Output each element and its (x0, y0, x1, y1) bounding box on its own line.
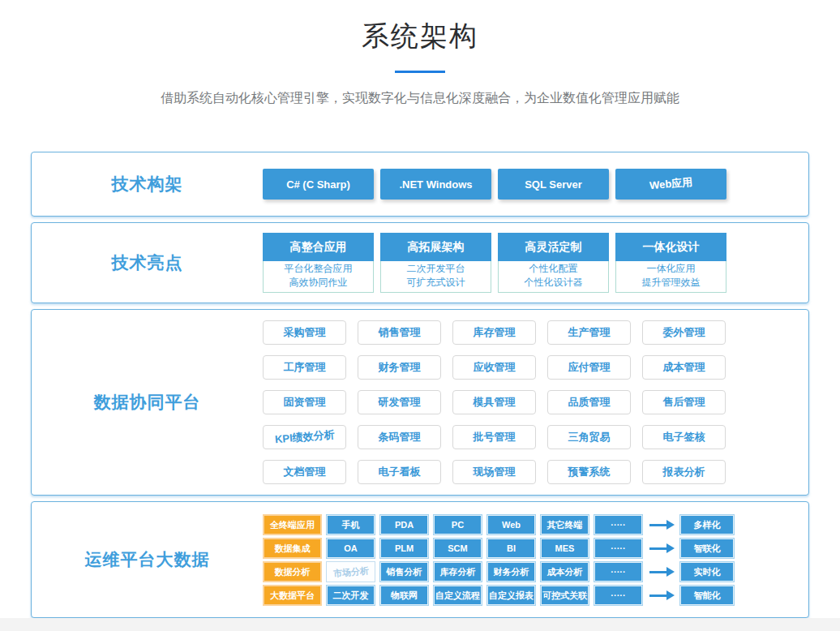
module-button-kpi[interactable]: KPI绩效分析 (263, 425, 346, 449)
ops-item-chip[interactable]: 库存分析 (433, 561, 482, 582)
module-button[interactable]: 库存管理 (452, 320, 536, 345)
section-ops-platform-label: 运维平台大数据 (32, 502, 263, 617)
module-button[interactable]: 条码管理 (358, 425, 441, 449)
ops-item-chip[interactable]: 自定义报表 (486, 585, 536, 606)
ops-row-bigdata: 大数据平台 二次开发 物联网 自定义流程 自定义报表 可控式关联 ····· 智… (263, 585, 808, 606)
module-button[interactable]: 电子看板 (358, 460, 441, 484)
module-button[interactable]: 模具管理 (452, 390, 536, 414)
ops-item-chip[interactable]: Web (486, 514, 536, 535)
highlight-card-line: 二次开发平台 (381, 262, 491, 276)
highlight-card-line: 个性化设计器 (499, 276, 608, 290)
ellipsis-chip[interactable]: ····· (594, 561, 643, 582)
module-button[interactable]: 销售管理 (358, 320, 441, 345)
tech-button-sqlserver[interactable]: SQL Server (498, 169, 609, 200)
tech-stack-row: C# (C Sharp) .NET Windows SQL Server Web… (263, 152, 808, 216)
module-button[interactable]: 报表分析 (642, 460, 726, 484)
module-grid-row: 采购管理 销售管理 库存管理 生产管理 委外管理 (263, 320, 808, 345)
ops-item-chip[interactable]: BI (486, 538, 536, 559)
highlight-card-title: 一体化设计 (615, 233, 726, 261)
module-button[interactable]: 批号管理 (452, 425, 536, 449)
section-ops-platform: 运维平台大数据 全终端应用 手机 PDA PC Web 其它终端 ····· 多… (31, 501, 809, 618)
module-button[interactable]: 品质管理 (547, 390, 631, 414)
module-button[interactable]: 应付管理 (547, 355, 631, 380)
ops-row-analysis: 数据分析 市场分析 销售分析 库存分析 财务分析 成本分析 ····· 实时化 (263, 561, 808, 582)
tech-button-webapp-label: Web应用 (649, 175, 693, 194)
tech-button-dotnet[interactable]: .NET Windows (380, 169, 491, 200)
ops-item-chip[interactable]: 自定义流程 (433, 585, 482, 606)
highlight-card-line: 平台化整合应用 (264, 262, 373, 276)
category-chip[interactable]: 数据集成 (263, 538, 322, 559)
ops-item-chip[interactable]: SCM (433, 538, 482, 559)
title-underline (395, 71, 445, 73)
ops-item-chip[interactable]: PDA (379, 514, 429, 535)
right-arrow-icon (649, 520, 675, 530)
module-button[interactable]: 电子签核 (642, 425, 726, 449)
module-button[interactable]: 采购管理 (263, 320, 346, 345)
highlight-card-body: 一体化应用 提升管理效益 (615, 261, 726, 293)
highlight-card-body: 平台化整合应用 高效协同作业 (263, 261, 374, 293)
result-chip[interactable]: 智能化 (679, 585, 735, 606)
tech-button-webapp[interactable]: Web应用 (615, 169, 726, 200)
module-button[interactable]: 财务管理 (358, 355, 441, 380)
ops-row-terminals: 全终端应用 手机 PDA PC Web 其它终端 ····· 多样化 (263, 514, 808, 535)
ellipsis-chip[interactable]: ····· (594, 585, 643, 606)
ops-item-chip[interactable]: 可控式关联 (540, 585, 589, 606)
ops-item-chip[interactable]: MES (540, 538, 589, 559)
highlight-card: 高灵活定制 个性化配置 个性化设计器 (498, 233, 609, 293)
module-button[interactable]: 成本管理 (642, 355, 726, 380)
module-button-kpi-label: KPI绩效分析 (274, 427, 335, 447)
section-tech-stack-label: 技术构架 (32, 152, 263, 216)
module-button[interactable]: 委外管理 (642, 320, 726, 345)
ellipsis-chip[interactable]: ····· (594, 514, 643, 535)
highlight-card-title: 高整合应用 (263, 233, 374, 261)
module-button[interactable]: 售后管理 (642, 390, 726, 414)
highlight-card: 一体化设计 一体化应用 提升管理效益 (615, 233, 726, 293)
ops-item-chip[interactable]: OA (326, 538, 375, 559)
right-arrow-icon (649, 567, 675, 577)
module-grid-row: 文档管理 电子看板 现场管理 预警系统 报表分析 (263, 460, 808, 484)
ops-item-chip[interactable]: 手机 (326, 514, 375, 535)
module-grid-row: KPI绩效分析 条码管理 批号管理 三角贸易 电子签核 (263, 425, 808, 449)
ops-item-chip[interactable]: 二次开发 (326, 585, 375, 606)
ops-item-chip[interactable]: 销售分析 (379, 561, 429, 582)
highlight-card-title: 高灵活定制 (498, 233, 609, 261)
module-button[interactable]: 工序管理 (263, 355, 346, 380)
category-chip[interactable]: 大数据平台 (263, 585, 322, 606)
ops-item-chip[interactable]: 其它终端 (540, 514, 589, 535)
ops-item-chip[interactable]: 财务分析 (486, 561, 536, 582)
module-button[interactable]: 生产管理 (547, 320, 631, 345)
page-header: 系统架构 借助系统自动化核心管理引擎，实现数字化与信息化深度融合，为企业数值化管… (0, 0, 840, 107)
section-tech-stack: 技术构架 C# (C Sharp) .NET Windows SQL Serve… (31, 152, 809, 217)
section-data-platform-label: 数据协同平台 (32, 310, 263, 495)
ops-item-chip[interactable]: 物联网 (379, 585, 429, 606)
highlight-card-line: 可扩充式设计 (381, 276, 491, 290)
module-grid-row: 工序管理 财务管理 应收管理 应付管理 成本管理 (263, 355, 808, 380)
tech-button-csharp[interactable]: C# (C Sharp) (263, 169, 374, 200)
ops-item-chip[interactable]: PC (433, 514, 482, 535)
ops-item-chip[interactable]: 成本分析 (540, 561, 589, 582)
section-highlights-label: 技术亮点 (32, 223, 263, 303)
module-button[interactable]: 三角贸易 (547, 425, 631, 449)
ellipsis-chip[interactable]: ····· (594, 538, 643, 559)
result-chip[interactable]: 实时化 (679, 561, 735, 582)
highlight-card-body: 个性化配置 个性化设计器 (498, 261, 609, 293)
module-button[interactable]: 应收管理 (452, 355, 536, 380)
module-button[interactable]: 研发管理 (358, 390, 441, 414)
result-chip[interactable]: 智联化 (679, 538, 735, 559)
category-chip[interactable]: 数据分析 (263, 561, 322, 582)
category-chip[interactable]: 全终端应用 (263, 514, 322, 535)
highlight-cards-row: 高整合应用 平台化整合应用 高效协同作业 高拓展架构 二次开发平台 可扩充式设计… (263, 223, 808, 303)
highlight-card-line: 高效协同作业 (264, 276, 373, 290)
module-button[interactable]: 现场管理 (452, 460, 536, 484)
module-button[interactable]: 预警系统 (547, 460, 631, 484)
ops-item-chip-market[interactable]: 市场分析 (326, 561, 375, 582)
right-arrow-icon (649, 543, 675, 553)
ops-item-chip[interactable]: PLM (379, 538, 429, 559)
result-chip[interactable]: 多样化 (679, 514, 735, 535)
module-button[interactable]: 固资管理 (263, 390, 346, 414)
sections-container: 技术构架 C# (C Sharp) .NET Windows SQL Serve… (31, 152, 809, 618)
module-button[interactable]: 文档管理 (263, 460, 346, 484)
highlight-card-line: 提升管理效益 (616, 276, 726, 290)
highlight-card: 高拓展架构 二次开发平台 可扩充式设计 (380, 233, 491, 293)
right-arrow-icon (649, 590, 675, 600)
